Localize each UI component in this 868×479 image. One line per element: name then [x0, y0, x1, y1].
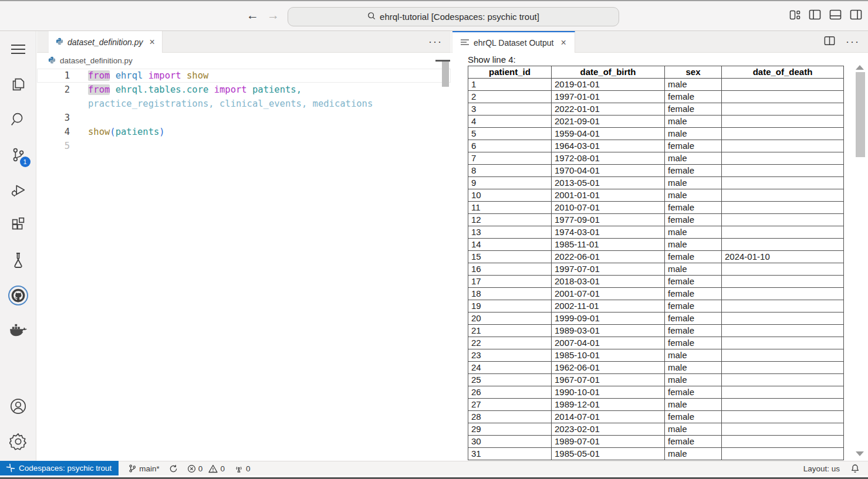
table-cell: 21 [468, 325, 552, 337]
forward-button[interactable]: → [267, 8, 279, 22]
run-debug-icon[interactable] [5, 176, 32, 203]
line-number: 4 [37, 125, 70, 139]
branch-indicator[interactable]: main* [128, 464, 160, 473]
table-cell: female [665, 214, 722, 226]
table-cell: female [665, 165, 722, 177]
webview-scrollbar-thumb[interactable] [856, 72, 865, 157]
code-line[interactable]: 3 [37, 111, 451, 125]
panel-more-actions[interactable]: ··· [846, 36, 860, 48]
error-count: 0 [198, 464, 203, 473]
tab-ehrql-dataset-output[interactable]: ehrQL Dataset Output × [452, 31, 575, 53]
table-cell [722, 226, 844, 239]
table-cell: 27 [468, 399, 552, 411]
table-cell: 26 [468, 386, 552, 399]
back-button[interactable]: ← [246, 8, 259, 22]
code-text: show(patients) [88, 125, 165, 139]
table-row: 102001-01-01male [468, 189, 844, 202]
table-cell: 2021-09-01 [552, 115, 665, 128]
toggle-sidebar-icon[interactable] [809, 9, 821, 20]
search-view-icon[interactable] [5, 106, 32, 133]
table-row: 311985-05-01male [468, 448, 844, 460]
sync-button[interactable] [169, 464, 178, 473]
tab-dataset-definition[interactable]: dataset_definition.py × [49, 31, 163, 53]
table-cell [722, 399, 844, 411]
table-cell: 12 [468, 214, 552, 226]
table-cell: 13 [468, 226, 552, 239]
table-cell: male [665, 362, 722, 374]
menu-icon[interactable] [5, 36, 32, 63]
table-cell: 2014-07-01 [552, 411, 665, 423]
table-cell: 1959-04-01 [552, 128, 665, 140]
scroll-up-arrow[interactable] [856, 65, 864, 70]
table-row: 271989-12-01male [468, 399, 844, 411]
table-cell: female [665, 91, 722, 103]
table-cell [722, 423, 844, 436]
table-cell: 2019-01-01 [552, 79, 665, 91]
panel-tab-close-icon[interactable]: × [560, 38, 566, 48]
code-line[interactable]: 1from ehrql import show [37, 69, 451, 83]
table-row: 282014-07-01female [468, 411, 844, 423]
customize-layout-icon[interactable] [789, 10, 801, 20]
table-cell: 1997-01-01 [552, 91, 665, 103]
table-cell: female [665, 202, 722, 214]
column-header: date_of_birth [552, 66, 665, 79]
code-line[interactable]: 4show(patients) [37, 125, 451, 139]
github-icon[interactable] [5, 282, 32, 309]
settings-gear-icon[interactable] [5, 428, 32, 455]
toggle-secondary-sidebar-icon[interactable] [850, 9, 862, 20]
table-cell: male [665, 448, 722, 460]
table-cell: 1970-04-01 [552, 165, 665, 177]
command-center-search[interactable]: ehrql-tutorial [Codespaces: psychic trou… [288, 7, 619, 26]
testing-icon[interactable] [5, 247, 32, 274]
tab-close-icon[interactable]: × [149, 37, 154, 47]
code-line[interactable]: practice_registrations, clinical_events,… [37, 97, 451, 111]
line-number: 2 [37, 83, 70, 97]
editor-scrollbar[interactable] [442, 60, 449, 87]
table-cell: 2001-01-01 [552, 189, 665, 202]
table-cell: 30 [468, 436, 552, 448]
code-line[interactable]: 5 [37, 139, 451, 153]
table-cell: female [665, 386, 722, 399]
scroll-down-arrow[interactable] [856, 451, 864, 456]
output-panel-group: ehrQL Dataset Output × ··· Show line 4: … [451, 31, 868, 461]
table-cell: 1962-06-01 [552, 362, 665, 374]
layout-indicator[interactable]: Layout: us [803, 464, 840, 473]
code-text: from ehrql import show [88, 69, 208, 83]
toggle-panel-icon[interactable] [829, 9, 842, 20]
remote-indicator[interactable]: Codespaces: psychic trout [0, 461, 119, 475]
breadcrumb[interactable]: dataset_definition.py [37, 53, 451, 69]
account-icon[interactable] [5, 393, 32, 420]
table-cell: female [665, 337, 722, 349]
python-file-icon [48, 56, 56, 66]
warning-icon [208, 464, 218, 473]
remote-icon [6, 464, 15, 473]
extensions-icon[interactable] [5, 212, 32, 239]
table-cell: male [665, 399, 722, 411]
table-cell: 3 [468, 103, 552, 115]
docker-icon[interactable] [5, 317, 32, 344]
table-cell: male [665, 189, 722, 202]
code-line[interactable]: 2from ehrql.tables.core import patients, [37, 83, 451, 97]
table-row: 92013-05-01male [468, 177, 844, 189]
table-row: 161997-07-01male [468, 263, 844, 276]
table-cell [722, 436, 844, 448]
table-row: 81970-04-01female [468, 165, 844, 177]
source-control-icon[interactable]: 1 [5, 141, 32, 168]
ports-indicator[interactable]: 0 [234, 464, 251, 473]
explorer-icon[interactable] [5, 71, 32, 98]
table-cell [722, 288, 844, 300]
table-cell: 18 [468, 288, 552, 300]
problems-indicator[interactable]: 0 0 [187, 464, 225, 473]
table-cell [722, 115, 844, 128]
code-editor[interactable]: 1from ehrql import show2from ehrql.table… [37, 69, 451, 461]
table-cell: 1985-10-01 [552, 349, 665, 362]
notifications-bell-icon[interactable] [850, 464, 860, 473]
split-editor-icon[interactable] [824, 36, 835, 48]
source-control-badge: 1 [20, 157, 31, 167]
editor-more-actions[interactable]: ··· [428, 36, 443, 48]
table-cell: female [665, 251, 722, 263]
table-cell [722, 140, 844, 152]
table-cell [722, 239, 844, 251]
table-cell: 2007-04-01 [552, 337, 665, 349]
table-row: 51959-04-01male [468, 128, 844, 140]
